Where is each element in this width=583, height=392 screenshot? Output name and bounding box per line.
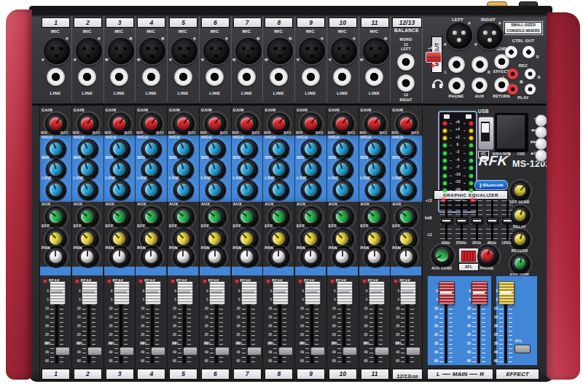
phone-level-knob[interactable]: [477, 246, 498, 267]
play-pause-button[interactable]: [535, 149, 547, 162]
fader-cap[interactable]: [50, 281, 66, 305]
reverb-knob[interactable]: [511, 230, 530, 249]
channel-knob-pan[interactable]: [365, 247, 386, 267]
effect-pfl-button[interactable]: [514, 345, 531, 353]
eq-band-cap[interactable]: [441, 217, 453, 224]
channel-knob-pan[interactable]: [173, 247, 194, 267]
fader-cap[interactable]: [498, 281, 514, 305]
channel-knob-low[interactable]: [238, 180, 258, 200]
knob-pointer: [151, 117, 155, 123]
xlr-mic-input: [329, 36, 359, 66]
fader-cap[interactable]: [472, 281, 488, 305]
knob-pointer: [342, 251, 343, 256]
brand-reg-mark: ®: [508, 153, 511, 157]
pfl-button[interactable]: [120, 347, 134, 356]
aux-tape-knob[interactable]: [511, 254, 530, 273]
gain-max-label: MAX: [188, 132, 198, 136]
channel-knob-pan[interactable]: [269, 247, 289, 267]
eq-band-cap[interactable]: [472, 217, 483, 224]
next-button[interactable]: [535, 138, 547, 150]
main-l: L: [437, 369, 440, 379]
pfl-button[interactable]: [55, 347, 70, 356]
channel-knob-low[interactable]: [78, 180, 98, 200]
xlr-pin: [457, 38, 461, 42]
channel-knob-low[interactable]: [110, 180, 130, 200]
channel-knob-low[interactable]: [396, 180, 417, 200]
pfl-button[interactable]: [215, 347, 230, 356]
xlr-hole: [87, 53, 91, 58]
channel-knob-low[interactable]: [269, 180, 289, 200]
fader-cap[interactable]: [273, 281, 289, 305]
pfl-button[interactable]: [87, 347, 102, 356]
channel-knob-pan[interactable]: [78, 247, 98, 267]
pfl-label: PFL: [109, 342, 119, 346]
pfl-button[interactable]: [183, 347, 197, 356]
fader-cap[interactable]: [337, 281, 353, 305]
fader-cap[interactable]: [209, 281, 225, 305]
meter-dash: [450, 168, 452, 168]
strip-divider: [294, 106, 295, 377]
knob-pointer: [371, 184, 375, 189]
channel-knob-low[interactable]: [301, 180, 321, 200]
channel-knob-pan[interactable]: [141, 247, 162, 267]
knob-pointer: [241, 212, 246, 217]
channel-knob-pan[interactable]: [46, 247, 66, 267]
channel-knob-pan[interactable]: [238, 247, 258, 267]
knob-pointer: [148, 143, 152, 149]
fader-scale: 0510152025304060: [136, 290, 144, 363]
channel-knob-pan[interactable]: [206, 247, 226, 267]
mic-label: MIC: [232, 29, 262, 35]
previous-button[interactable]: [535, 126, 547, 138]
mic-label: MIC: [168, 29, 197, 35]
channel-knob-pan[interactable]: [396, 247, 417, 267]
knob-cap: [50, 251, 62, 263]
fader-cap[interactable]: [241, 281, 257, 305]
channel-knob-low[interactable]: [365, 180, 386, 200]
knob-pointer: [243, 143, 247, 149]
pfl-button[interactable]: [278, 347, 293, 356]
meter-dash: [450, 190, 452, 191]
fader-cap[interactable]: [145, 281, 161, 305]
knob-pointer: [371, 143, 375, 149]
aux-send-knob[interactable]: [432, 246, 453, 267]
knob-pointer: [342, 117, 346, 123]
fader-cap[interactable]: [400, 281, 416, 305]
eff-send-knob[interactable]: [511, 181, 530, 200]
line-label: LINE: [264, 91, 293, 97]
channel-knob-low[interactable]: [173, 180, 194, 200]
knob-pointer: [214, 117, 219, 123]
eq-band-cap[interactable]: [487, 217, 498, 224]
channel-knob-low[interactable]: [141, 180, 162, 200]
fader-cap[interactable]: [114, 281, 130, 305]
fader-cap[interactable]: [177, 281, 193, 305]
channel-knob-low[interactable]: [46, 180, 66, 200]
pfl-button[interactable]: [406, 347, 420, 356]
knob-pointer: [310, 251, 311, 256]
channel-knob-pan[interactable]: [110, 247, 130, 267]
fader-cap[interactable]: [439, 281, 455, 305]
pfl-button[interactable]: [310, 347, 325, 356]
pfl-button[interactable]: [247, 347, 262, 356]
knob-pointer: [119, 251, 120, 256]
strip-divider: [231, 16, 232, 102]
channel-knob-low[interactable]: [333, 180, 353, 200]
eq-band-cap[interactable]: [456, 217, 468, 224]
meter-dash: [463, 168, 466, 168]
phantom-power-switch[interactable]: [426, 52, 442, 63]
gain-max-label: MAX: [220, 132, 230, 136]
channel-knob-low[interactable]: [206, 180, 226, 200]
knob-pointer: [274, 233, 279, 238]
channel-knob-pan[interactable]: [333, 247, 353, 267]
repeat-button[interactable]: [535, 114, 547, 127]
xlr-pin: [483, 31, 488, 35]
channel-knob-pan[interactable]: [301, 247, 321, 267]
knob-pointer: [182, 117, 187, 123]
fader-cap[interactable]: [369, 281, 385, 305]
fader-cap[interactable]: [82, 281, 98, 305]
delay-knob[interactable]: [511, 206, 530, 225]
fader-cap[interactable]: [305, 281, 321, 305]
pfl-button[interactable]: [343, 347, 357, 356]
pfl-button[interactable]: [375, 347, 389, 356]
strip-divider: [103, 106, 104, 377]
pfl-button[interactable]: [151, 347, 165, 356]
